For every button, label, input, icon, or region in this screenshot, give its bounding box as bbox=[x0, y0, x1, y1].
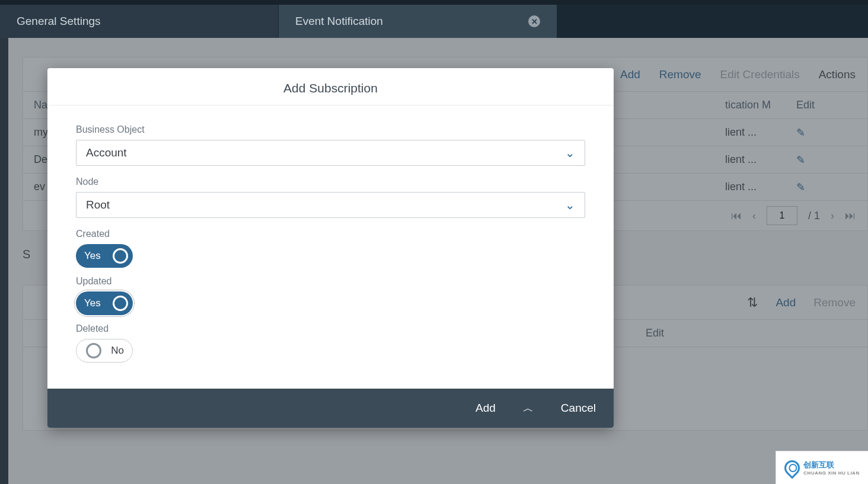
add-subscription-dialog: Add Subscription Business Object Account… bbox=[47, 68, 614, 428]
deleted-toggle[interactable]: No bbox=[76, 339, 133, 363]
select-value: Root bbox=[86, 198, 110, 211]
tab-general-settings[interactable]: General Settings bbox=[0, 5, 279, 38]
business-object-label: Business Object bbox=[76, 124, 585, 135]
brand-logo-icon bbox=[781, 457, 803, 479]
created-toggle[interactable]: Yes bbox=[76, 244, 133, 268]
toggle-knob-icon bbox=[86, 343, 101, 358]
created-label: Created bbox=[76, 229, 585, 239]
tab-label: General Settings bbox=[17, 15, 101, 28]
toggle-knob-icon bbox=[113, 248, 128, 264]
brand-name: 创新互联 bbox=[803, 460, 834, 469]
business-object-select[interactable]: Account ⌄ bbox=[76, 140, 585, 166]
dialog-footer: Add ︿ Cancel bbox=[47, 389, 614, 428]
brand-watermark: 创新互联 CHUANG XIN HU LIAN bbox=[776, 451, 868, 484]
deleted-label: Deleted bbox=[76, 323, 585, 334]
tab-bar: General Settings Event Notification ✕ bbox=[0, 0, 868, 38]
node-select[interactable]: Root ⌄ bbox=[76, 192, 585, 218]
brand-subtitle: CHUANG XIN HU LIAN bbox=[803, 470, 859, 476]
chevron-down-icon: ⌄ bbox=[565, 146, 575, 160]
tab-event-notification[interactable]: Event Notification ✕ bbox=[279, 5, 557, 38]
dialog-cancel-button[interactable]: Cancel bbox=[561, 402, 596, 415]
dialog-body: Business Object Account ⌄ Node Root ⌄ Cr… bbox=[47, 105, 614, 389]
toggle-value: Yes bbox=[84, 250, 101, 262]
tab-label: Event Notification bbox=[295, 15, 383, 28]
dialog-add-button[interactable]: Add bbox=[476, 402, 496, 415]
node-label: Node bbox=[76, 177, 585, 187]
toggle-knob-icon bbox=[113, 296, 128, 311]
chevron-up-icon[interactable]: ︿ bbox=[523, 401, 534, 415]
toggle-value: Yes bbox=[84, 297, 101, 309]
updated-toggle[interactable]: Yes bbox=[76, 291, 133, 315]
updated-label: Updated bbox=[76, 276, 585, 287]
toggle-value: No bbox=[111, 345, 124, 357]
chevron-down-icon: ⌄ bbox=[565, 198, 575, 212]
close-icon[interactable]: ✕ bbox=[528, 15, 540, 27]
select-value: Account bbox=[86, 146, 127, 159]
dialog-title: Add Subscription bbox=[47, 68, 614, 105]
